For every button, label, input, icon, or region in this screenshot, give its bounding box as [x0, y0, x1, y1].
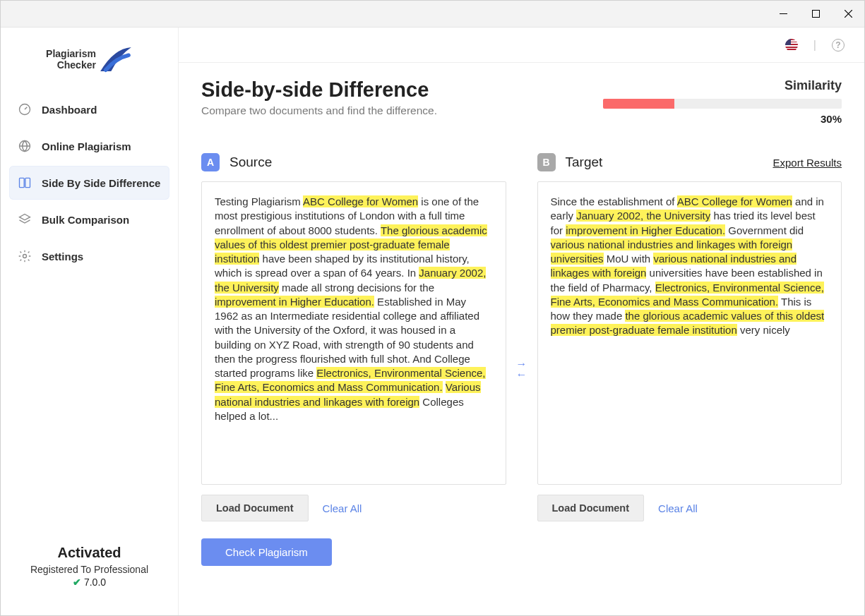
page-title: Side-by-side Difference: [201, 78, 437, 102]
export-results-link[interactable]: Export Results: [772, 157, 842, 169]
sidebar-item-label: Dashboard: [42, 104, 97, 116]
maximize-button[interactable]: [799, 1, 832, 28]
gauge-icon: [18, 102, 32, 116]
swap-icon[interactable]: →←: [506, 359, 537, 380]
source-panel: A Source Testing Plagiarism ABC College …: [201, 153, 506, 566]
status-title: Activated: [12, 545, 167, 561]
sidebar-item-label: Bulk Comparison: [42, 214, 129, 226]
target-load-button[interactable]: Load Document: [537, 495, 645, 521]
svg-rect-4: [20, 178, 25, 187]
divider: |: [813, 39, 816, 52]
main-content: | ? Side-by-side Difference Compare two …: [179, 28, 864, 616]
sidebar-nav: Dashboard Online Plagiarism Side By Side…: [1, 92, 178, 273]
layers-icon: [18, 212, 32, 227]
similarity-fill: [603, 99, 674, 109]
sidebar-item-dashboard[interactable]: Dashboard: [9, 92, 169, 126]
similarity-bar: [603, 99, 842, 109]
sidebar-item-label: Online Plagiarism: [42, 140, 131, 152]
sidebar-item-label: Settings: [42, 250, 83, 262]
gear-icon: [18, 249, 32, 263]
similarity-percent: 30%: [603, 113, 842, 125]
svg-rect-0: [780, 13, 787, 14]
target-title: Target: [566, 155, 603, 170]
sidebar-item-settings[interactable]: Settings: [9, 239, 169, 273]
target-textarea[interactable]: Since the establishment of ABC College f…: [537, 181, 842, 485]
help-icon[interactable]: ?: [832, 39, 845, 52]
close-button[interactable]: [832, 1, 864, 28]
target-clear-link[interactable]: Clear All: [658, 502, 698, 514]
status-version: ✔7.0.0: [73, 576, 106, 588]
minimize-button[interactable]: [767, 1, 799, 28]
top-strip: | ?: [179, 28, 864, 63]
target-badge: B: [537, 153, 556, 171]
check-icon: ✔: [73, 576, 81, 588]
logo-mark-icon: [99, 46, 133, 73]
source-title: Source: [229, 155, 272, 170]
flag-us-icon[interactable]: [785, 39, 798, 52]
logo-line1: Plagiarism: [46, 48, 96, 59]
app-logo: Plagiarism Checker: [1, 40, 178, 92]
source-load-button[interactable]: Load Document: [201, 495, 309, 521]
similarity-label: Similarity: [603, 78, 842, 93]
check-plagiarism-button[interactable]: Check Plagiarism: [201, 538, 332, 566]
sidebar-item-side-by-side[interactable]: Side By Side Difference: [9, 166, 169, 200]
sidebar: Plagiarism Checker Dashboard Online Plag…: [1, 28, 179, 616]
page-subtitle: Compare two documents and find the diffe…: [201, 104, 437, 117]
svg-rect-1: [812, 11, 819, 18]
sidebar-item-label: Side By Side Difference: [42, 177, 160, 189]
globe-icon: [18, 139, 32, 153]
sidebar-item-online-plagiarism[interactable]: Online Plagiarism: [9, 129, 169, 163]
activation-status: Activated Registered To Professional ✔7.…: [1, 545, 178, 616]
window-titlebar: [1, 1, 864, 28]
logo-line2: Checker: [46, 59, 96, 71]
target-panel: B Target Export Results Since the establ…: [537, 153, 842, 566]
svg-rect-5: [25, 178, 30, 187]
source-clear-link[interactable]: Clear All: [323, 502, 362, 514]
svg-point-6: [23, 255, 27, 258]
source-textarea[interactable]: Testing Plagiarism ABC College for Women…: [201, 181, 506, 485]
columns-icon: [18, 176, 32, 190]
status-subtitle: Registered To Professional: [12, 564, 167, 575]
sidebar-item-bulk-comparison[interactable]: Bulk Comparison: [9, 203, 169, 236]
source-badge: A: [201, 153, 220, 171]
